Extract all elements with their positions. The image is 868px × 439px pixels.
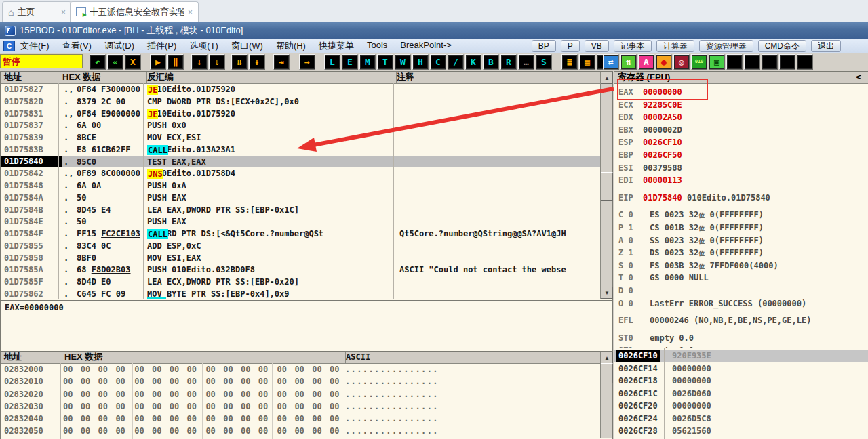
disasm-row[interactable]: 01D75848.6A 0APUSH 0xA [1,180,612,192]
register-line[interactable]: T 0GS 0000 NULL [618,272,867,285]
menu-item-8[interactable]: Tools [367,40,387,52]
restart-icon[interactable]: ↶ [90,54,106,70]
stack-row[interactable]: 0026CF2805621560 [614,425,868,438]
dump-row[interactable]: 0283201000000000000000000000000000000000… [1,375,612,388]
updown-icon[interactable]: ⇅ [620,54,637,70]
stack-row[interactable]: 0026CF1800000000 [614,375,868,388]
empty-slot-4[interactable] [779,54,795,70]
patches-icon[interactable]: / [448,54,464,70]
menu-item-7[interactable]: 快捷菜单 [319,40,354,52]
disasm-row[interactable]: 01D75855.83C4 0CADD ESP,0xC [1,240,612,252]
stack-row[interactable]: 0026CF240026D5C8 [614,413,868,425]
disasm-row[interactable]: 01D7583B.E8 61CB62FFCALL 010Edito.013A23… [1,144,612,156]
col-address[interactable]: 地址 [1,352,64,363]
log-list-icon[interactable]: ≣ [561,54,578,70]
threads-icon[interactable]: T [377,54,393,70]
register-line[interactable]: EBX0000002D [618,124,867,137]
disasm-row[interactable]: 01D75842.,0F89 8C000000JNS 010Edito.01D7… [1,167,612,180]
scroll-thumb[interactable] [601,172,613,201]
dump-row[interactable]: 0283200000000000000000000000000000000000… [1,363,612,375]
quick-button-6[interactable]: CMD命令 [758,40,806,52]
rewind-icon[interactable]: « [107,54,123,70]
register-line[interactable]: A 0SS 0023 32位 0(FFFFFFFF) [618,234,867,247]
pause-icon[interactable]: ‖ [167,54,184,70]
close-icon[interactable]: × [61,7,66,17]
register-line[interactable]: P 1CS 001B 32位 0(FFFFFFFF) [618,222,867,234]
register-line[interactable]: ESP0026CF10 [618,136,867,149]
empty-slot-3[interactable] [762,54,778,70]
animate-over-icon[interactable]: ↡ [249,54,265,70]
assemble-icon[interactable]: A [638,54,654,70]
disasm-row[interactable]: 01D75839.8BCEMOV ECX,ESI [1,131,612,144]
scroll-thumb[interactable] [601,363,613,383]
run-trace-icon[interactable]: … [518,54,534,70]
register-line[interactable]: D 0 [618,285,867,297]
menu-item-4[interactable]: 选项(T) [189,40,218,52]
menu-item-5[interactable]: 窗口(W) [231,40,263,52]
menu-item-3[interactable]: 插件(P) [147,40,176,52]
empty-slot-1[interactable] [726,54,743,70]
register-line[interactable]: EFL00000246 (NO,NB,E,BE,NS,PE,GE,LE) [618,314,867,327]
register-line[interactable]: EDI00000113 [618,174,867,187]
dump-scrollbar[interactable]: ▲ [600,352,612,438]
dump-row[interactable]: 0283202000000000000000000000000000000000… [1,388,612,400]
tab-experiment[interactable]: 十五派信息安全教育实验... × [70,1,199,22]
scroll-down-icon[interactable]: ▼ [601,287,613,299]
target-icon[interactable]: ◎ [673,54,690,70]
animate-into-icon[interactable]: ⇊ [231,54,248,70]
register-line[interactable]: ECX92285C0E [618,99,867,112]
handles-icon[interactable]: H [412,54,429,70]
quick-button-7[interactable]: 退出 [811,40,841,52]
close-icon[interactable]: × [188,7,193,17]
execute-till-return-icon[interactable]: ⇥ [273,54,290,70]
references-icon[interactable]: R [500,54,517,70]
col-extra[interactable] [443,352,592,363]
stack-row[interactable]: 0026CF2000000000 [614,400,868,413]
col-address[interactable]: 地址 [1,72,62,83]
disasm-row[interactable]: 01D75840.85C0TEST EAX,EAX [1,156,612,168]
quick-button-5[interactable]: 资源管理器 [699,40,753,52]
col-comment[interactable]: 注释 [393,72,592,83]
record-icon[interactable]: ● [656,54,672,70]
disasm-row[interactable]: 01D7582D.8379 2C 00CMP DWORD PTR DS:[ECX… [1,96,612,108]
screen-icon[interactable]: ▣ [709,54,725,70]
call-stack-icon[interactable]: K [465,54,481,70]
run-icon[interactable]: ▶ [150,54,166,70]
col-ascii[interactable]: ASCII [342,352,446,363]
disasm-row[interactable]: 01D7585F.8D4D E0LEA ECX,DWORD PTR SS:[EB… [1,276,612,288]
dump-row[interactable]: 0283205000000000000000000000000000000000… [1,425,612,437]
col-hex[interactable]: HEX 数据 [59,72,147,83]
memory-map-icon[interactable]: ▦ [579,54,595,70]
collapse-icon[interactable]: < [856,72,861,83]
quick-button-4[interactable]: 计算器 [656,40,694,52]
disasm-row[interactable]: 01D75862.C645 FC 09MOV BYTE PTR SS:[EBP-… [1,288,612,300]
menu-item-9[interactable]: BreakPoint-> [400,40,452,52]
register-line[interactable]: ESI00379588 [618,162,867,175]
disasm-row[interactable]: 01D7585A.68 F8D02B03PUSH 010Edito.032BD0… [1,264,612,276]
register-line[interactable]: ST0empty 0.0 [618,332,867,345]
scroll-up-icon[interactable]: ▲ [601,352,613,364]
dump-row[interactable]: 0283203000000000000000000000000000000000… [1,400,612,413]
col-disasm[interactable]: 反汇编 [144,72,397,83]
quick-button-2[interactable]: VB [585,40,609,52]
disasm-row[interactable]: 01D75831.,0F84 E9000000JE 010Edito.01D75… [1,108,612,120]
document-icon[interactable]: C [3,41,15,51]
step-into-icon[interactable]: ↓ [191,54,208,70]
register-line[interactable]: O 0LastErr ERROR_SUCCESS (00000000) [618,297,867,310]
disasm-row[interactable]: 01D7584F.FF15 FC2CE103CALL DWORD PTR DS:… [1,228,612,240]
quick-button-0[interactable]: BP [532,40,556,52]
step-over-icon[interactable]: ⇓ [209,54,225,70]
disasm-row[interactable]: 01D75858.8BF0MOV ESI,EAX [1,252,612,264]
cpu-icon[interactable]: C [430,54,446,70]
menu-item-2[interactable]: 调试(D) [104,40,134,52]
disasm-row[interactable]: 01D7584B.8D45 E4LEA EAX,DWORD PTR SS:[EB… [1,204,612,216]
register-line[interactable]: EAX00000000 [618,86,867,99]
disasm-row[interactable]: 01D7584A.50PUSH EAX [1,192,612,204]
disasm-row[interactable]: 01D75827.,0F84 F3000000JE 010Edito.01D75… [1,83,612,96]
menu-item-1[interactable]: 查看(V) [62,40,92,52]
register-line[interactable]: S 0FS 003B 32位 7FFDF000(4000) [618,259,867,272]
stack-row[interactable]: 0026CF1C0026D060 [614,388,868,400]
col-hex[interactable]: HEX 数据 [61,352,346,363]
binary-icon[interactable]: 010 [691,54,707,70]
register-line[interactable]: C 0ES 0023 32位 0(FFFFFFFF) [618,209,867,222]
